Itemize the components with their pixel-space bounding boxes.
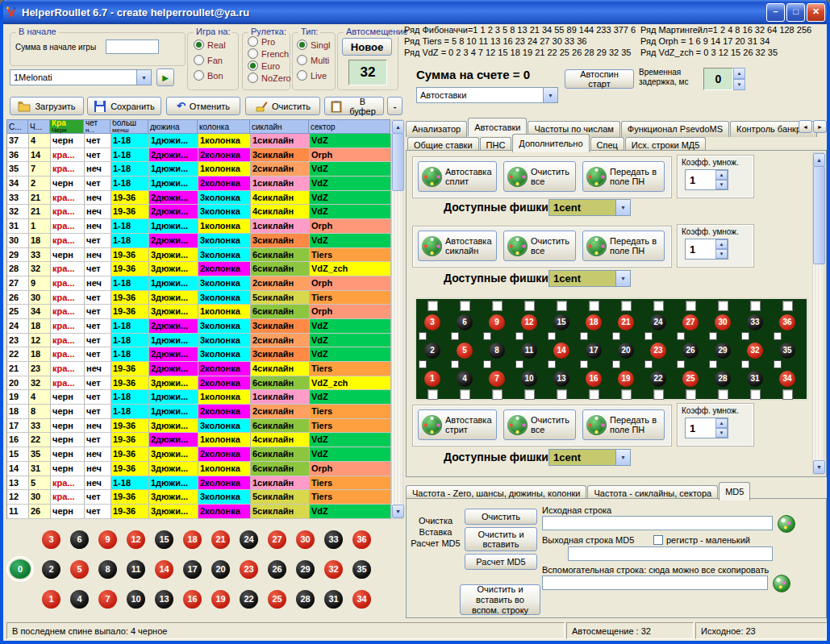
table-row[interactable]: 279кра...неч1-181дюжи...3колонка2сиклайн… [7, 276, 391, 291]
sixline-transfer-button[interactable]: Передать в поле ПН [582, 231, 665, 261]
board-number[interactable]: 30 [296, 530, 315, 549]
board-number[interactable]: 27 [682, 314, 699, 330]
column-header[interactable]: С... [6, 119, 28, 134]
board-number[interactable]: 23 [240, 560, 258, 579]
table-row[interactable]: 1535черннеч19-363дюжи...2колонка6сиклайн… [7, 447, 391, 462]
board-number[interactable]: 29 [715, 343, 731, 359]
board-number[interactable]: 8 [489, 343, 505, 359]
board-cell[interactable]: 35 [348, 555, 376, 584]
board-cell[interactable]: 25 [263, 584, 291, 614]
street-transfer-button[interactable]: Передать в поле ПН [582, 409, 665, 440]
board-number[interactable]: 15 [155, 530, 173, 549]
board-cell[interactable]: 11 [513, 340, 545, 360]
split-chips-combo[interactable]: 1cent ▼ [548, 199, 631, 216]
board-cell[interactable]: 9 [94, 525, 122, 555]
radio-fan[interactable]: Fan [194, 55, 223, 65]
board-number[interactable]: 6 [70, 530, 89, 549]
md5-clear-paste-button[interactable]: Очистить и вставить [465, 527, 537, 551]
autospin-start-button[interactable]: Автоспин старт [565, 69, 634, 89]
board-cell[interactable]: 30 [707, 312, 739, 332]
board-number[interactable]: 1 [424, 371, 440, 387]
bet-checkbox[interactable] [782, 389, 793, 400]
table-row[interactable]: 2032кра...чет19-363дюжи...2колонка6сикла… [7, 376, 391, 391]
board-cell[interactable]: 10 [513, 368, 545, 388]
board-number[interactable]: 20 [618, 343, 634, 359]
board-number[interactable]: 12 [127, 530, 145, 549]
board-number[interactable]: 32 [324, 560, 343, 579]
split-checkbox[interactable] [580, 332, 588, 340]
board-number[interactable]: 19 [211, 590, 230, 609]
split-checkbox[interactable] [741, 360, 749, 368]
board-number[interactable]: 9 [98, 530, 117, 549]
scroll-up-icon[interactable]: ▲ [813, 153, 825, 167]
sixline-koeff-spinner[interactable]: 1 ▲▼ [685, 239, 728, 260]
board-cell[interactable]: 31 [319, 584, 348, 614]
spin-down-icon[interactable]: ▼ [715, 428, 728, 438]
bet-checkbox[interactable] [686, 301, 696, 311]
green-sphere-icon[interactable] [773, 575, 790, 592]
board-number[interactable]: 3 [424, 314, 440, 330]
bet-checkbox[interactable] [557, 301, 567, 311]
bet-checkbox[interactable] [653, 389, 664, 400]
column-header[interactable]: колонка [198, 119, 250, 134]
table-row[interactable]: 311кра...неч1-181дюжи...1колонка1сиклайн… [7, 219, 391, 234]
spin-down-icon[interactable]: ▼ [733, 79, 745, 90]
table-row[interactable]: 2312кра...чет1-181дюжи...3колонка2сиклай… [7, 334, 391, 348]
bet-checkbox[interactable] [621, 301, 632, 311]
board-number[interactable]: 26 [268, 560, 286, 579]
table-row[interactable]: 2534кра...чет19-363дюжи...1колонка6сикла… [7, 305, 391, 319]
autobet-street-button[interactable]: Автоставка стрит [418, 409, 497, 440]
board-cell[interactable]: 29 [707, 340, 739, 360]
close-button[interactable]: ✕ [807, 3, 825, 22]
table-row[interactable]: 357кра...неч1-181дюжи...1колонка2сиклайн… [7, 162, 391, 177]
delay-spinner[interactable]: 0 ▲▼ [703, 68, 745, 90]
split-checkbox[interactable] [709, 332, 717, 340]
table-scrollbar[interactable]: ▲ ▼ [391, 119, 403, 519]
board-cell[interactable]: 23 [235, 555, 263, 584]
board-cell[interactable]: 30 [291, 525, 319, 555]
to-buffer-button[interactable]: В буфер [324, 97, 384, 115]
board-cell[interactable]: 16 [578, 368, 610, 388]
split-checkbox[interactable] [515, 360, 523, 368]
board-number[interactable]: 36 [352, 530, 371, 549]
table-row[interactable]: 1733черннеч19-363дюжи...3колонка6сиклайн… [7, 419, 391, 434]
board-number[interactable]: 6 [457, 314, 473, 330]
bet-checkbox[interactable] [492, 389, 503, 400]
board-number[interactable]: 28 [296, 590, 315, 609]
board-cell[interactable]: 28 [291, 584, 319, 614]
board-cell[interactable]: 25 [674, 368, 707, 388]
preset-combo[interactable]: 1Melonati ▼ [10, 69, 152, 85]
board-cell[interactable]: 11 [122, 555, 150, 584]
sixline-clear-all-button[interactable]: Очистить все [503, 231, 576, 261]
radio-real[interactable]: Real [194, 39, 226, 50]
chevron-down-icon[interactable]: ▼ [615, 200, 630, 215]
tab-scroll-right[interactable]: ► [813, 120, 827, 133]
column-header[interactable]: сиклайн [250, 119, 309, 134]
board-number[interactable]: 26 [682, 343, 699, 359]
board-number[interactable]: 20 [211, 560, 230, 579]
chevron-down-icon[interactable]: ▼ [615, 450, 630, 465]
board-cell[interactable]: 14 [545, 340, 578, 360]
column-header[interactable]: дюжина [148, 119, 198, 134]
radio-pro[interactable]: Pro [248, 36, 275, 47]
table-row[interactable]: 1622чернчет19-362дюжи...1колонка4сиклайн… [7, 433, 391, 447]
table-row[interactable]: 135кра...неч1-181дюжи...2колонка1сиклайн… [7, 476, 391, 491]
md5-output-input[interactable] [568, 546, 773, 561]
start-sum-input[interactable] [106, 39, 159, 54]
radio-multi[interactable]: Multi [297, 55, 329, 65]
board-cell[interactable]: 22 [235, 584, 263, 614]
board-number[interactable]: 34 [352, 590, 371, 609]
board-cell[interactable]: 36 [771, 312, 803, 332]
table-row[interactable]: 2933черннеч19-363дюжи...3колонка6сиклайн… [7, 248, 391, 263]
board-cell[interactable]: 20 [610, 340, 642, 360]
board-number[interactable]: 17 [586, 343, 602, 359]
radio-euro[interactable]: Euro [248, 60, 280, 71]
board-number[interactable]: 15 [553, 314, 569, 330]
board-cell[interactable]: 34 [348, 584, 376, 614]
md5-clear-button[interactable]: Очистить [465, 509, 537, 525]
table-row[interactable]: 188чернчет1-181дюжи...2колонка2сиклайнTi… [7, 405, 391, 419]
table-row[interactable]: 3221кра...неч19-362дюжи...3колонка4сикла… [7, 205, 391, 219]
table-row[interactable]: 342чернчет1-181дюжи...2колонка1сиклайнVd… [7, 177, 391, 191]
board-number[interactable]: 24 [650, 314, 666, 330]
board-cell[interactable]: 31 [739, 368, 771, 388]
